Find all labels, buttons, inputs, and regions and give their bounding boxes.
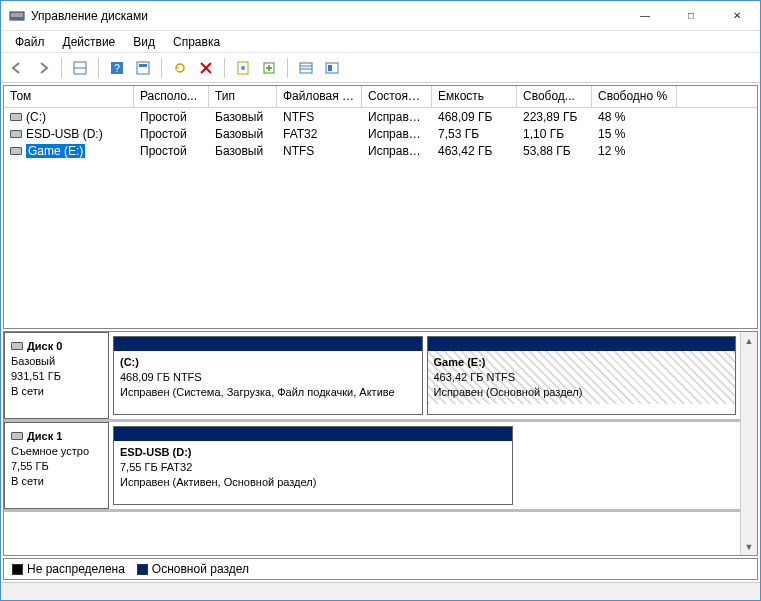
app-icon [9, 8, 25, 24]
volume-status: Исправен... [362, 144, 432, 158]
partition-detail: 463,42 ГБ NTFS [434, 370, 730, 385]
vertical-scrollbar[interactable]: ▲ ▼ [740, 332, 757, 555]
volume-freepct: 12 % [592, 144, 677, 158]
partition-detail: 468,09 ГБ NTFS [120, 370, 416, 385]
partition-name: Game (E:) [434, 355, 730, 370]
disk-info[interactable]: Диск 1Съемное устро7,55 ГБВ сети [4, 422, 109, 509]
menu-help[interactable]: Справка [165, 33, 228, 51]
volume-icon [10, 113, 22, 121]
volume-row[interactable]: Game (E:)ПростойБазовыйNTFSИсправен...46… [4, 142, 757, 159]
statusbar [1, 582, 760, 600]
volume-fs: NTFS [277, 110, 362, 124]
list-view-button[interactable] [294, 56, 318, 80]
col-volume[interactable]: Том [4, 86, 134, 107]
disk-row: Диск 1Съемное устро7,55 ГБВ сетиESD-USB … [4, 422, 740, 512]
volume-list-body[interactable]: (C:)ПростойБазовыйNTFSИсправен...468,09 … [4, 108, 757, 328]
volume-freepct: 15 % [592, 127, 677, 141]
view-panes-button[interactable] [68, 56, 92, 80]
partition-status: Исправен (Активен, Основной раздел) [120, 475, 506, 490]
minimize-button[interactable]: — [622, 1, 668, 31]
partition-name: ESD-USB (D:) [120, 445, 506, 460]
disk-status: В сети [11, 474, 102, 489]
volume-name: ESD-USB (D:) [26, 127, 103, 141]
col-layout[interactable]: Располо... [134, 86, 209, 107]
close-button[interactable]: ✕ [714, 1, 760, 31]
volume-row[interactable]: (C:)ПростойБазовыйNTFSИсправен...468,09 … [4, 108, 757, 125]
legend-primary: Основной раздел [137, 562, 249, 576]
svg-text:?: ? [114, 63, 120, 74]
refresh-button[interactable] [168, 56, 192, 80]
disk-management-window: Управление дисками — □ ✕ Файл Действие В… [0, 0, 761, 601]
window-title: Управление дисками [31, 9, 622, 23]
volume-free: 1,10 ГБ [517, 127, 592, 141]
volume-type: Базовый [209, 144, 277, 158]
back-button[interactable] [5, 56, 29, 80]
scroll-down-button[interactable]: ▼ [741, 538, 757, 555]
volume-capacity: 7,53 ГБ [432, 127, 517, 141]
volume-capacity: 463,42 ГБ [432, 144, 517, 158]
legend-unallocated: Не распределена [12, 562, 125, 576]
graphical-view-button[interactable] [320, 56, 344, 80]
partition-header [114, 337, 422, 351]
volume-capacity: 468,09 ГБ [432, 110, 517, 124]
volume-list: Том Располо... Тип Файловая с... Состоян… [3, 85, 758, 329]
menu-action[interactable]: Действие [55, 33, 124, 51]
disk-info[interactable]: Диск 0Базовый931,51 ГБВ сети [4, 332, 109, 419]
content-area: Том Располо... Тип Файловая с... Состоян… [1, 83, 760, 582]
toolbar-separator [287, 58, 288, 78]
volume-list-header: Том Располо... Тип Файловая с... Состоян… [4, 86, 757, 108]
volume-fs: NTFS [277, 144, 362, 158]
volume-fs: FAT32 [277, 127, 362, 141]
toolbar: ? [1, 53, 760, 83]
toolbar-separator [161, 58, 162, 78]
disk-type: Базовый [11, 354, 102, 369]
volume-freepct: 48 % [592, 110, 677, 124]
volume-status: Исправен... [362, 127, 432, 141]
volume-name: Game (E:) [26, 144, 85, 158]
volume-layout: Простой [134, 144, 209, 158]
disk-row: Диск 0Базовый931,51 ГБВ сети(C:)468,09 Г… [4, 332, 740, 422]
partition-box[interactable]: ESD-USB (D:)7,55 ГБ FAT32Исправен (Актив… [113, 426, 513, 505]
col-freepct[interactable]: Свободно % [592, 86, 677, 107]
menu-view[interactable]: Вид [125, 33, 163, 51]
help2-button[interactable]: ? [105, 56, 129, 80]
settings-button[interactable] [131, 56, 155, 80]
new-button[interactable] [257, 56, 281, 80]
properties-button[interactable] [231, 56, 255, 80]
disk-partitions: (C:)468,09 ГБ NTFSИсправен (Система, Заг… [109, 332, 740, 419]
disk-type: Съемное устро [11, 444, 102, 459]
volume-free: 53,88 ГБ [517, 144, 592, 158]
svg-rect-15 [328, 65, 332, 71]
partition-detail: 7,55 ГБ FAT32 [120, 460, 506, 475]
swatch-unallocated [12, 564, 23, 575]
delete-button[interactable] [194, 56, 218, 80]
partition-name: (C:) [120, 355, 416, 370]
volume-status: Исправен... [362, 110, 432, 124]
disk-status: В сети [11, 384, 102, 399]
maximize-button[interactable]: □ [668, 1, 714, 31]
disk-icon [11, 432, 23, 440]
col-free[interactable]: Свобод... [517, 86, 592, 107]
disk-partitions: ESD-USB (D:)7,55 ГБ FAT32Исправен (Актив… [109, 422, 740, 509]
volume-row[interactable]: ESD-USB (D:)ПростойБазовыйFAT32Исправен.… [4, 125, 757, 142]
scroll-up-button[interactable]: ▲ [741, 332, 757, 349]
menu-file[interactable]: Файл [7, 33, 53, 51]
titlebar: Управление дисками — □ ✕ [1, 1, 760, 31]
svg-rect-6 [137, 62, 149, 74]
volume-name: (C:) [26, 110, 46, 124]
toolbar-separator [61, 58, 62, 78]
disk-size: 931,51 ГБ [11, 369, 102, 384]
svg-rect-7 [139, 64, 147, 67]
volume-layout: Простой [134, 110, 209, 124]
disk-graphical-view: Диск 0Базовый931,51 ГБВ сети(C:)468,09 Г… [3, 331, 758, 556]
col-type[interactable]: Тип [209, 86, 277, 107]
forward-button[interactable] [31, 56, 55, 80]
svg-point-9 [241, 66, 245, 70]
svg-rect-1 [10, 17, 24, 20]
partition-box[interactable]: (C:)468,09 ГБ NTFSИсправен (Система, Заг… [113, 336, 423, 415]
partition-box[interactable]: Game (E:)463,42 ГБ NTFSИсправен (Основно… [427, 336, 737, 415]
col-capacity[interactable]: Емкость [432, 86, 517, 107]
col-status[interactable]: Состояние [362, 86, 432, 107]
col-fs[interactable]: Файловая с... [277, 86, 362, 107]
volume-free: 223,89 ГБ [517, 110, 592, 124]
